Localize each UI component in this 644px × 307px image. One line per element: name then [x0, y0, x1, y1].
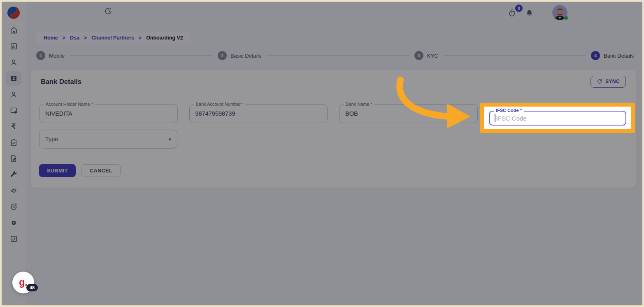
ifsc-code-field[interactable]: IFSC Code * IFSC Code — [489, 111, 626, 126]
text-caret — [495, 114, 495, 122]
guidde-widget[interactable]: g. 48 — [12, 272, 34, 293]
ifsc-code-placeholder: IFSC Code — [496, 115, 527, 122]
ifsc-highlight-box: IFSC Code * IFSC Code — [480, 103, 635, 133]
guidde-step-badge: 48 — [26, 284, 38, 291]
dim-overlay — [2, 2, 642, 305]
ifsc-code-label: IFSC Code * — [494, 108, 524, 113]
